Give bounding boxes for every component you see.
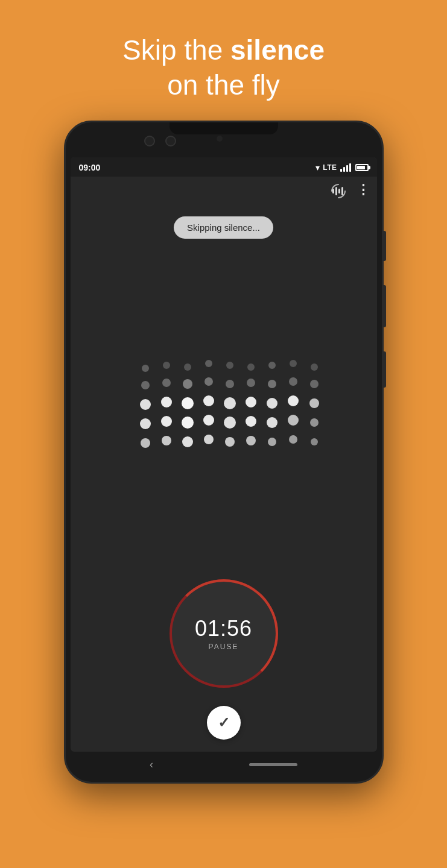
svg-point-10 [268,362,276,369]
signal-bar-1 [340,169,342,172]
timer-container: 01:56 PAUSE [71,573,377,700]
battery-icon [355,164,369,171]
skipping-badge: Skipping silence... [174,216,273,239]
svg-point-5 [163,362,170,369]
signal-bar-2 [343,167,345,172]
svg-point-8 [226,362,233,369]
waveform-visualization [71,247,377,573]
svg-point-9 [247,363,255,371]
notch [170,122,278,134]
bottom-button-container: ✓ [71,700,377,752]
phone-screen: 09:00 ▾ LTE [71,157,377,752]
svg-point-27 [246,397,256,407]
svg-rect-2 [338,189,340,193]
waveform-button[interactable] [328,180,349,202]
svg-point-40 [141,438,150,448]
front-camera-left [144,136,155,146]
svg-rect-3 [341,187,343,195]
timer-display: 01:56 [195,616,252,641]
svg-point-28 [267,398,277,409]
status-time: 09:00 [79,163,101,172]
signal-bars [340,163,351,172]
signal-bar-4 [349,163,351,172]
signal-bar-3 [346,165,348,172]
svg-point-36 [246,416,256,427]
svg-point-17 [226,380,234,388]
svg-point-32 [161,416,172,427]
svg-point-15 [183,379,192,389]
phone-top-bar [66,122,382,159]
svg-point-6 [184,363,191,371]
svg-point-24 [182,397,194,409]
svg-point-47 [289,435,297,444]
headline-text-bold: silence [230,34,325,66]
home-bar[interactable] [249,763,297,766]
more-icon: ⋮ [357,182,369,198]
front-camera-center [165,136,176,146]
svg-rect-0 [332,189,334,193]
svg-point-48 [311,438,318,445]
battery-fill [357,166,366,169]
svg-point-4 [142,365,149,372]
status-icons: ▾ LTE [315,163,368,172]
svg-point-19 [268,380,276,388]
svg-point-34 [203,415,214,426]
checkmark-icon: ✓ [218,714,230,731]
svg-point-26 [224,397,236,409]
svg-point-30 [309,398,319,408]
svg-point-42 [182,436,193,447]
phone-device: 09:00 ▾ LTE [64,121,384,784]
svg-point-20 [289,377,297,386]
wifi-icon: ▾ [315,163,320,172]
svg-point-11 [290,360,297,367]
svg-point-21 [310,380,319,388]
svg-point-31 [140,418,151,429]
app-toolbar: ⋮ [71,177,377,206]
svg-point-37 [267,417,277,428]
svg-point-18 [247,379,255,387]
pause-label: PAUSE [209,643,239,651]
svg-rect-1 [335,187,337,195]
dot-waveform-svg [127,356,320,465]
svg-point-35 [224,417,236,429]
svg-point-46 [268,438,276,446]
svg-point-41 [162,436,171,445]
app-headline: Skip the silence on the fly [122,33,325,102]
lte-icon: LTE [323,163,337,172]
headline-line2: on the fly [122,68,325,103]
svg-point-25 [203,395,214,406]
svg-point-22 [140,399,151,410]
headline-text-normal: Skip the [122,34,230,66]
svg-point-43 [204,435,214,444]
svg-point-38 [288,415,299,426]
svg-point-7 [205,360,212,367]
badge-container: Skipping silence... [71,206,377,247]
back-button[interactable]: ‹ [150,758,153,771]
timer-circle[interactable]: 01:56 PAUSE [170,579,278,688]
svg-point-45 [246,436,256,445]
svg-point-16 [204,377,213,386]
done-button[interactable]: ✓ [207,706,241,740]
svg-point-33 [182,417,194,429]
power-button [382,231,386,261]
svg-point-13 [141,381,150,389]
volume-down-button [382,351,386,388]
svg-point-23 [161,397,172,407]
svg-point-39 [310,418,319,427]
status-bar: 09:00 ▾ LTE [71,157,377,177]
more-options-button[interactable]: ⋮ [354,182,371,200]
svg-point-14 [162,379,171,387]
svg-point-29 [288,395,299,406]
front-sensor [217,136,223,142]
svg-point-12 [311,363,318,371]
volume-up-button [382,285,386,327]
phone-nav-bar: ‹ [66,752,382,777]
svg-point-44 [225,437,235,447]
